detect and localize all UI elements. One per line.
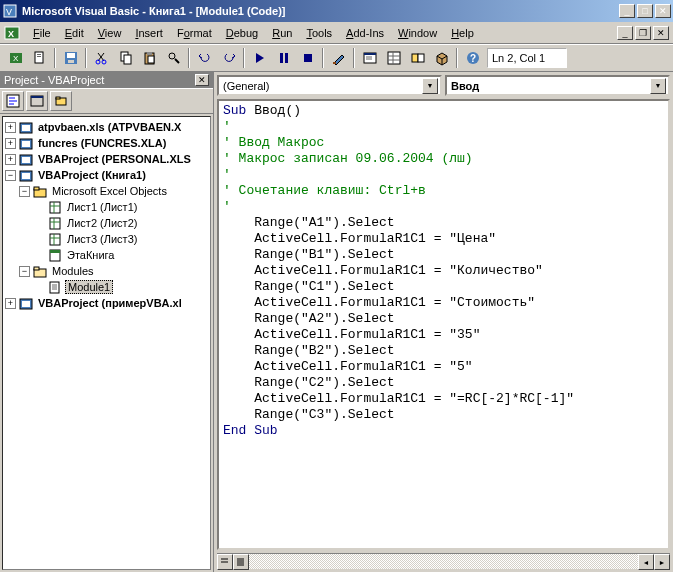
tree-node[interactable]: +funcres (FUNCRES.XLA) xyxy=(5,135,208,151)
tree-label[interactable]: Modules xyxy=(50,265,96,277)
panel-close-button[interactable]: ✕ xyxy=(195,74,209,86)
minimize-button[interactable]: _ xyxy=(619,4,635,18)
menu-edit[interactable]: Edit xyxy=(58,25,91,41)
menu-file[interactable]: File xyxy=(26,25,58,41)
separator xyxy=(322,48,324,68)
tree-label[interactable]: VBAProject (PERSONAL.XLS xyxy=(36,153,193,165)
tree-node[interactable]: +atpvbaen.xls (ATPVBAEN.X xyxy=(5,119,208,135)
tree-label[interactable]: Лист3 (Лист3) xyxy=(65,233,139,245)
tree-node[interactable]: Лист1 (Лист1) xyxy=(5,199,208,215)
tree-label-selected[interactable]: Module1 xyxy=(65,280,113,294)
tree-node[interactable]: Module1 xyxy=(5,279,208,295)
svg-point-19 xyxy=(169,53,175,59)
svg-rect-18 xyxy=(148,56,154,63)
project-explorer-button[interactable] xyxy=(358,47,381,69)
tree-label[interactable]: VBAProject (примерVBA.xl xyxy=(36,297,184,309)
procedure-combo[interactable]: Ввод▼ xyxy=(445,75,670,96)
view-selector: ◄ ► xyxy=(217,553,670,569)
object-browser-button[interactable] xyxy=(406,47,429,69)
scroll-left-button[interactable]: ◄ xyxy=(638,554,654,570)
scrollbar-track[interactable] xyxy=(249,554,638,569)
run-button[interactable] xyxy=(248,47,271,69)
menu-help[interactable]: Help xyxy=(444,25,481,41)
expand-icon[interactable]: + xyxy=(5,138,16,149)
svg-rect-17 xyxy=(147,52,152,55)
tree-node[interactable]: Лист3 (Лист3) xyxy=(5,231,208,247)
menu-insert[interactable]: Insert xyxy=(128,25,170,41)
chevron-down-icon[interactable]: ▼ xyxy=(650,78,666,94)
menu-window[interactable]: Window xyxy=(391,25,444,41)
expand-icon[interactable]: + xyxy=(5,154,16,165)
design-mode-button[interactable] xyxy=(327,47,350,69)
reset-button[interactable] xyxy=(296,47,319,69)
maximize-button[interactable]: □ xyxy=(637,4,653,18)
tree-label[interactable]: VBAProject (Книга1) xyxy=(36,169,148,181)
svg-rect-23 xyxy=(304,54,312,62)
save-button[interactable] xyxy=(59,47,82,69)
toggle-folders-button[interactable] xyxy=(50,91,72,111)
project-toolbar xyxy=(0,88,213,114)
svg-rect-47 xyxy=(56,97,60,99)
tree-node[interactable]: −VBAProject (Книга1) xyxy=(5,167,208,183)
mdi-minimize-button[interactable]: _ xyxy=(617,26,633,40)
separator xyxy=(456,48,458,68)
view-excel-button[interactable]: X xyxy=(4,47,27,69)
tree-label[interactable]: Лист2 (Лист2) xyxy=(65,217,139,229)
menu-tools[interactable]: Tools xyxy=(299,25,339,41)
svg-rect-58 xyxy=(50,202,60,213)
menu-format[interactable]: Format xyxy=(170,25,219,41)
cut-button[interactable] xyxy=(90,47,113,69)
svg-rect-7 xyxy=(37,54,41,55)
menu-debug[interactable]: Debug xyxy=(219,25,265,41)
tree-node[interactable]: ЭтаКнига xyxy=(5,247,208,263)
copy-button[interactable] xyxy=(114,47,137,69)
view-code-button[interactable] xyxy=(2,91,24,111)
collapse-icon[interactable]: − xyxy=(19,266,30,277)
break-button[interactable] xyxy=(272,47,295,69)
redo-button[interactable] xyxy=(217,47,240,69)
object-combo[interactable]: (General)▼ xyxy=(217,75,442,96)
menu-addins[interactable]: Add-Ins xyxy=(339,25,391,41)
find-button[interactable] xyxy=(162,47,185,69)
svg-rect-55 xyxy=(22,173,30,179)
tree-label[interactable]: Microsoft Excel Objects xyxy=(50,185,169,197)
sheet-icon xyxy=(47,216,63,230)
tree-node[interactable]: +VBAProject (PERSONAL.XLS xyxy=(5,151,208,167)
full-module-view-button[interactable] xyxy=(233,554,249,570)
tree-label[interactable]: atpvbaen.xls (ATPVBAEN.X xyxy=(36,121,183,133)
mdi-close-button[interactable]: ✕ xyxy=(653,26,669,40)
procedure-view-button[interactable] xyxy=(217,554,233,570)
properties-button[interactable] xyxy=(382,47,405,69)
tree-node[interactable]: −Modules xyxy=(5,263,208,279)
tree-label[interactable]: ЭтаКнига xyxy=(65,249,116,261)
panel-title: Project - VBAProject ✕ xyxy=(0,72,213,88)
insert-module-button[interactable] xyxy=(28,47,51,69)
chevron-down-icon[interactable]: ▼ xyxy=(422,78,438,94)
collapse-icon[interactable]: − xyxy=(19,186,30,197)
tree-label[interactable]: funcres (FUNCRES.XLA) xyxy=(36,137,168,149)
mdi-restore-button[interactable]: ❐ xyxy=(635,26,651,40)
close-button[interactable]: ✕ xyxy=(655,4,671,18)
toolbox-button[interactable] xyxy=(430,47,453,69)
scroll-right-button[interactable]: ► xyxy=(654,554,670,570)
view-object-button[interactable] xyxy=(26,91,48,111)
tree-node[interactable]: −Microsoft Excel Objects xyxy=(5,183,208,199)
tree-node[interactable]: +VBAProject (примерVBA.xl xyxy=(5,295,208,311)
tree-label[interactable]: Лист1 (Лист1) xyxy=(65,201,139,213)
menu-view[interactable]: View xyxy=(91,25,129,41)
help-button[interactable]: ? xyxy=(461,47,484,69)
expand-icon[interactable]: + xyxy=(5,122,16,133)
project-icon xyxy=(18,152,34,166)
window-title: Microsoft Visual Basic - Книга1 - [Modul… xyxy=(22,5,619,17)
tree-node[interactable]: Лист2 (Лист2) xyxy=(5,215,208,231)
undo-button[interactable] xyxy=(193,47,216,69)
project-tree[interactable]: +atpvbaen.xls (ATPVBAEN.X +funcres (FUNC… xyxy=(2,116,211,570)
menu-run[interactable]: Run xyxy=(265,25,299,41)
code-editor[interactable]: Sub Ввод() ' ' Ввод Макрос ' Макрос запи… xyxy=(217,99,670,550)
svg-rect-33 xyxy=(412,54,418,62)
svg-rect-11 xyxy=(68,60,74,63)
expand-icon[interactable]: + xyxy=(5,298,16,309)
collapse-icon[interactable]: − xyxy=(5,170,16,181)
paste-button[interactable] xyxy=(138,47,161,69)
svg-rect-24 xyxy=(333,62,336,64)
